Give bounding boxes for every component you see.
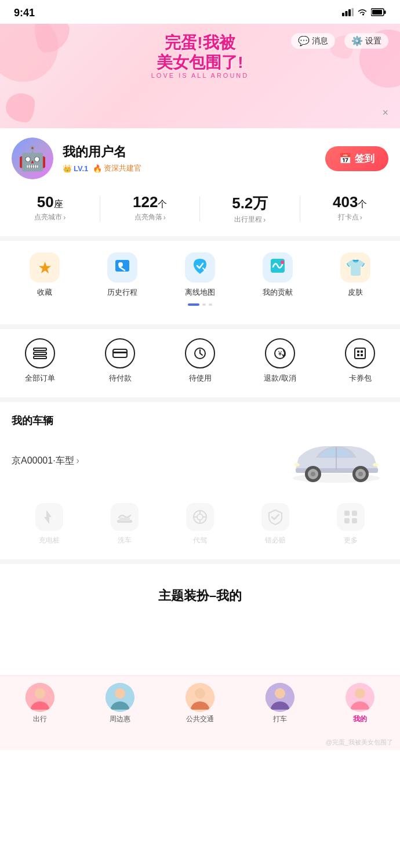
nav-nearby[interactable]: 周边惠	[106, 683, 134, 724]
vehicle-plate-text: 京A00001·车型	[12, 455, 74, 467]
contribute-icon	[268, 256, 287, 279]
role-badge: 🔥 资深共建官	[93, 163, 141, 173]
stat-checkins[interactable]: 403个 打卡点 ›	[300, 193, 401, 225]
nav-taxi[interactable]: 打车	[266, 683, 294, 724]
order-row: 全部订单 待付款 待使用 ¥ 退款/取消 卡券包	[0, 338, 400, 384]
stat-distance[interactable]: 5.2万 出行里程 ›	[200, 193, 300, 225]
status-bar: 9:41	[0, 0, 400, 24]
skin-label: 皮肤	[348, 287, 363, 298]
svg-rect-19	[355, 348, 365, 359]
svg-rect-36	[119, 518, 130, 521]
svg-point-10	[281, 261, 284, 264]
order-coupon-label: 卡券包	[349, 373, 372, 384]
settings-button[interactable]: ⚙️ 设置	[344, 33, 388, 49]
settings-icon: ⚙️	[351, 35, 363, 46]
history-label: 历史行程	[107, 287, 137, 298]
action-offline-map[interactable]: 离线地图	[177, 252, 223, 298]
profile-badges: 👑 LV.1 🔥 资深共建官	[63, 163, 325, 173]
order-refund[interactable]: ¥ 退款/取消	[257, 338, 303, 384]
nav-nearby-label: 周边惠	[110, 714, 130, 724]
nav-mine-label: 我的	[353, 714, 367, 724]
order-all[interactable]: 全部订单	[17, 338, 63, 384]
svg-point-33	[294, 463, 300, 466]
nav-travel[interactable]: 出行	[26, 683, 54, 724]
banner-title-sub: LOVE IS ALL AROUND	[12, 72, 388, 79]
vehicle-plate[interactable]: 京A00001·车型 ›	[12, 455, 79, 467]
level-badge: 👑 LV.1	[63, 164, 88, 173]
skin-icon-wrapper: 👕	[340, 252, 370, 283]
svg-rect-43	[344, 511, 350, 516]
svg-rect-6	[372, 10, 382, 15]
avatar-emoji: 🤖	[18, 145, 47, 172]
stats-section: 50座 点亮城市 › 122个 点亮角落 › 5.2万 出行里程 › 403个 …	[0, 184, 400, 241]
service-insurance[interactable]: 错必赔	[261, 503, 289, 545]
status-icons	[342, 8, 386, 19]
banner-close-button[interactable]: ×	[382, 107, 388, 119]
offline-map-icon-wrapper	[185, 252, 215, 283]
driver-label: 代驾	[193, 536, 207, 545]
message-label: 消息	[312, 36, 328, 46]
svg-rect-22	[357, 354, 359, 356]
service-more[interactable]: 更多	[337, 503, 365, 545]
collect-label: 收藏	[37, 287, 52, 298]
skin-icon: 👕	[346, 258, 366, 277]
svg-point-54	[275, 688, 285, 699]
service-driver[interactable]: 代驾	[186, 503, 214, 545]
header-banner: 💬 消息 ⚙️ 设置 完蛋!我被 美女包围了! LOVE IS ALL AROU…	[0, 24, 400, 128]
stat-cities[interactable]: 50座 点亮城市 ›	[0, 193, 100, 225]
order-all-label: 全部订单	[25, 373, 55, 384]
stat-corners[interactable]: 122个 点亮角落 ›	[100, 193, 201, 225]
banner-title-line2: 美女包围了!	[12, 53, 388, 73]
svg-rect-44	[352, 511, 357, 516]
svg-point-50	[115, 688, 125, 699]
nav-transit[interactable]: 公共交通	[186, 683, 214, 724]
order-pending-use-icon	[185, 338, 215, 368]
order-pending-payment[interactable]: 待付款	[97, 338, 143, 384]
vehicle-section: 我的车辆 京A00001·车型 ›	[0, 397, 400, 555]
svg-rect-45	[344, 518, 350, 523]
svg-rect-23	[361, 354, 363, 356]
nav-taxi-label: 打车	[273, 714, 287, 724]
bottom-nav: 出行 周边惠 公共交通	[0, 675, 400, 736]
order-all-icon	[25, 338, 55, 368]
settings-label: 设置	[365, 36, 381, 46]
stat-cities-label: 点亮城市 ›	[0, 212, 100, 222]
theme-section: 主题装扮–我的	[0, 559, 400, 675]
order-pending-payment-icon	[105, 338, 135, 368]
nav-transit-label: 公共交通	[186, 714, 214, 724]
svg-point-32	[373, 463, 379, 466]
contribute-label: 我的贡献	[263, 287, 293, 298]
svg-rect-1	[346, 11, 348, 16]
carousel-dots	[0, 298, 400, 315]
stat-distance-number: 5.2万	[200, 193, 300, 214]
collect-icon: ★	[38, 258, 52, 277]
status-time: 9:41	[14, 7, 35, 19]
collect-icon-wrapper: ★	[30, 252, 60, 283]
service-charging[interactable]: 充电桩	[35, 503, 63, 545]
svg-point-52	[195, 688, 205, 699]
order-coupon[interactable]: 卡券包	[337, 338, 383, 384]
action-collect[interactable]: ★ 收藏	[21, 252, 68, 298]
flame-icon: 🔥	[93, 164, 102, 173]
service-carwash[interactable]: 洗车	[111, 503, 139, 545]
order-section: 全部订单 待付款 待使用 ¥ 退款/取消 卡券包	[0, 324, 400, 393]
svg-rect-20	[357, 350, 359, 353]
svg-rect-5	[384, 10, 386, 14]
charging-label: 充电桩	[39, 536, 60, 545]
nav-nearby-avatar	[106, 683, 134, 712]
svg-rect-3	[352, 8, 354, 16]
checkin-button[interactable]: 📅 签到	[325, 146, 388, 171]
nav-travel-avatar	[26, 683, 54, 712]
svg-point-8	[118, 262, 123, 267]
action-contribute[interactable]: 我的贡献	[254, 252, 301, 298]
watermark: @完蛋_我被美女包围了	[0, 736, 400, 750]
message-icon: 💬	[298, 35, 310, 46]
action-skin[interactable]: 👕 皮肤	[332, 252, 379, 298]
nav-mine[interactable]: 我的	[346, 683, 374, 724]
message-button[interactable]: 💬 消息	[291, 33, 335, 49]
order-pending-use[interactable]: 待使用	[177, 338, 223, 384]
stat-checkins-label: 打卡点 ›	[300, 212, 401, 222]
stat-checkins-number: 403个	[300, 193, 401, 211]
action-history[interactable]: 历史行程	[99, 252, 146, 298]
quick-actions-section: ★ 收藏 历史行程	[0, 241, 400, 320]
